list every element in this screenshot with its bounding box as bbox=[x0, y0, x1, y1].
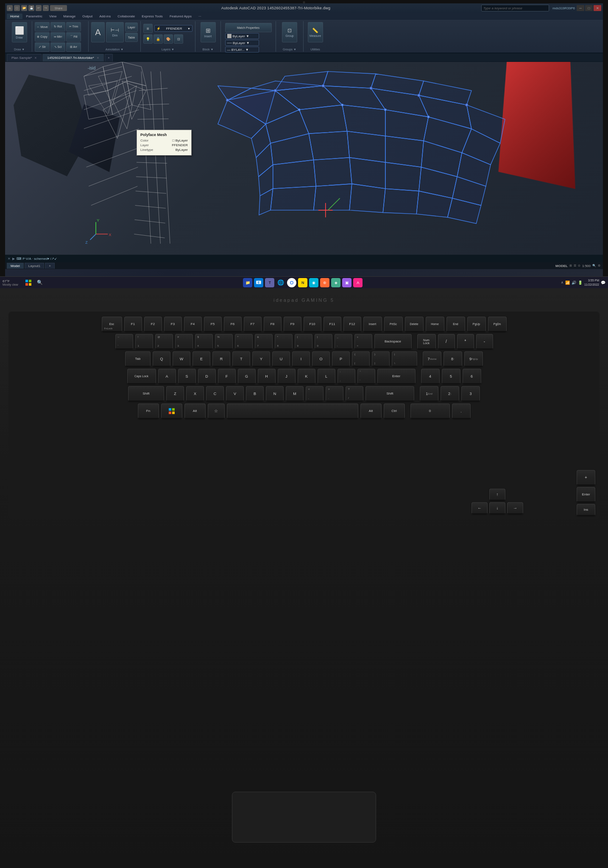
stretch-button[interactable]: ⤢ Str bbox=[35, 42, 50, 52]
key-insert[interactable]: Insert bbox=[363, 317, 382, 332]
touchpad[interactable] bbox=[232, 792, 376, 843]
color-dropdown[interactable]: ByLayer ▼ bbox=[225, 33, 259, 39]
key-f8[interactable]: F8 bbox=[264, 317, 282, 332]
key-num-star[interactable]: * bbox=[457, 334, 474, 349]
key-num-minus[interactable]: - bbox=[476, 334, 493, 349]
command-line[interactable]: ✕ ▶ ⌨ P·V/A · schemed▾ /↗↙ bbox=[5, 255, 603, 262]
maximize-button[interactable]: □ bbox=[585, 5, 593, 11]
scale-button[interactable]: ⤡ Scl bbox=[50, 42, 65, 52]
key-num-5[interactable]: 5 bbox=[442, 369, 460, 384]
layer-button[interactable]: Layer bbox=[125, 22, 138, 32]
key-capslock[interactable]: Caps Lock bbox=[127, 369, 156, 384]
key-i[interactable]: I bbox=[292, 351, 310, 367]
key-f9[interactable]: F9 bbox=[284, 317, 301, 332]
key-8[interactable]: * 8 bbox=[275, 334, 293, 349]
taskbar-search-button[interactable]: 🔍 bbox=[35, 278, 45, 287]
key-r[interactable]: R bbox=[212, 351, 230, 367]
key-quote[interactable]: " ' bbox=[357, 369, 375, 384]
key-c[interactable]: C bbox=[206, 386, 224, 401]
main-viewport[interactable]: X Y Z -isid Polyface Mesh Color □ ByLaye… bbox=[5, 62, 603, 263]
layer-dropdown[interactable]: ⚡ FFENDER ▼ bbox=[154, 25, 192, 32]
key-num-8[interactable]: 8↑ bbox=[443, 351, 462, 367]
key-slash[interactable]: ? / bbox=[346, 386, 363, 401]
key-z[interactable]: Z bbox=[166, 386, 184, 401]
tab-home[interactable]: Home bbox=[7, 14, 22, 19]
key-ins[interactable]: Ins bbox=[577, 504, 595, 516]
taskbar-app4-icon[interactable]: ▣ bbox=[342, 278, 351, 287]
rotate-button[interactable]: ↻ Rot bbox=[50, 22, 65, 31]
key-tab[interactable]: Tab bbox=[125, 351, 151, 367]
doc-tab-plan-close[interactable]: ✕ bbox=[34, 56, 37, 60]
key-f[interactable]: F bbox=[218, 369, 236, 384]
snap-icon[interactable]: ⊙ bbox=[578, 264, 580, 267]
key-num-dot[interactable]: . bbox=[452, 403, 471, 419]
settings-icon[interactable]: ⚙ bbox=[598, 264, 600, 267]
key-f1[interactable]: F1 bbox=[124, 317, 142, 332]
key-shift-right[interactable]: Shift bbox=[365, 386, 414, 401]
tab-more[interactable]: ··· bbox=[195, 14, 205, 19]
model-tab-layout1[interactable]: Layout1 bbox=[25, 263, 44, 269]
key-comma[interactable]: < , bbox=[306, 386, 324, 401]
key-arrow-down[interactable]: ↓ bbox=[489, 502, 505, 514]
key-num-4[interactable]: 4 bbox=[421, 369, 440, 384]
tab-featured[interactable]: Featured Apps bbox=[166, 14, 195, 19]
key-space[interactable] bbox=[227, 403, 358, 419]
table-button[interactable]: Table bbox=[125, 33, 138, 42]
key-h[interactable]: H bbox=[258, 369, 276, 384]
tab-view[interactable]: View bbox=[46, 14, 60, 19]
open-icon[interactable]: 📂 bbox=[21, 5, 27, 11]
key-w[interactable]: W bbox=[173, 351, 190, 367]
layer-icon1[interactable]: 💡 bbox=[143, 34, 153, 44]
grid-icon[interactable]: ⊞ bbox=[569, 264, 572, 267]
key-ctrl-right[interactable]: Ctrl bbox=[384, 403, 405, 419]
taskbar-app3-icon[interactable]: ◈ bbox=[331, 278, 340, 287]
key-f7[interactable]: F7 bbox=[244, 317, 262, 332]
key-f10[interactable]: F10 bbox=[304, 317, 321, 332]
key-semicolon[interactable]: : ; bbox=[337, 369, 355, 384]
zoom-icon[interactable]: 🔍 bbox=[592, 264, 596, 267]
move-button[interactable]: ↔ Move bbox=[35, 22, 50, 31]
draw-button[interactable]: ⬜ Draw bbox=[12, 22, 27, 42]
match-props-button[interactable]: Match Properties bbox=[225, 23, 272, 32]
key-f11[interactable]: F11 bbox=[324, 317, 341, 332]
key-f3[interactable]: F3 bbox=[164, 317, 182, 332]
key-f12[interactable]: F12 bbox=[343, 317, 361, 332]
view-icon[interactable]: ☰ bbox=[574, 264, 576, 267]
key-a[interactable]: A bbox=[158, 369, 176, 384]
key-enter[interactable]: Enter bbox=[377, 369, 416, 384]
mirror-button[interactable]: ⇔ Mirr bbox=[50, 32, 65, 42]
key-y[interactable]: Y bbox=[252, 351, 270, 367]
tab-output[interactable]: Output bbox=[79, 14, 96, 19]
key-period[interactable]: > . bbox=[326, 386, 343, 401]
array-button[interactable]: ⊞ Arr bbox=[66, 42, 81, 52]
key-t[interactable]: T bbox=[232, 351, 250, 367]
key-e[interactable]: E bbox=[192, 351, 210, 367]
key-num-7[interactable]: 7Home bbox=[423, 351, 441, 367]
taskbar-norton-icon[interactable]: N bbox=[298, 278, 307, 287]
tray-arrow-icon[interactable]: ∧ bbox=[561, 281, 563, 284]
key-u[interactable]: U bbox=[272, 351, 290, 367]
key-d[interactable]: D bbox=[198, 369, 216, 384]
key-alt-left[interactable]: Alt bbox=[184, 403, 206, 419]
key-n[interactable]: N bbox=[266, 386, 284, 401]
measure-button[interactable]: 📏 Measure bbox=[308, 22, 323, 42]
key-b[interactable]: B bbox=[246, 386, 264, 401]
key-o[interactable]: O bbox=[312, 351, 330, 367]
key-fn[interactable]: Fn bbox=[138, 403, 159, 419]
tab-addins[interactable]: Add-ins bbox=[96, 14, 114, 19]
tray-volume-icon[interactable]: 🔊 bbox=[572, 281, 576, 285]
minimize-button[interactable]: ─ bbox=[577, 5, 584, 11]
layer-properties-button[interactable]: ≡ bbox=[143, 24, 153, 33]
key-6[interactable]: ^ 6 bbox=[235, 334, 253, 349]
key-num-2[interactable]: 2↓ bbox=[441, 386, 459, 401]
taskbar-teams-icon[interactable]: T bbox=[265, 278, 274, 287]
layer-icon3[interactable]: 🎨 bbox=[164, 34, 173, 44]
tray-wifi-icon[interactable]: 📶 bbox=[565, 281, 570, 285]
tray-battery-icon[interactable]: 🔋 bbox=[578, 281, 583, 285]
key-rbracket[interactable]: } ] bbox=[372, 351, 390, 367]
key-f5[interactable]: F5 bbox=[204, 317, 222, 332]
key-m[interactable]: M bbox=[286, 386, 304, 401]
tab-express[interactable]: Express Tools bbox=[138, 14, 166, 19]
close-button[interactable]: ✕ bbox=[594, 5, 601, 11]
search-box[interactable]: Type a keyword or phrase bbox=[481, 5, 549, 11]
